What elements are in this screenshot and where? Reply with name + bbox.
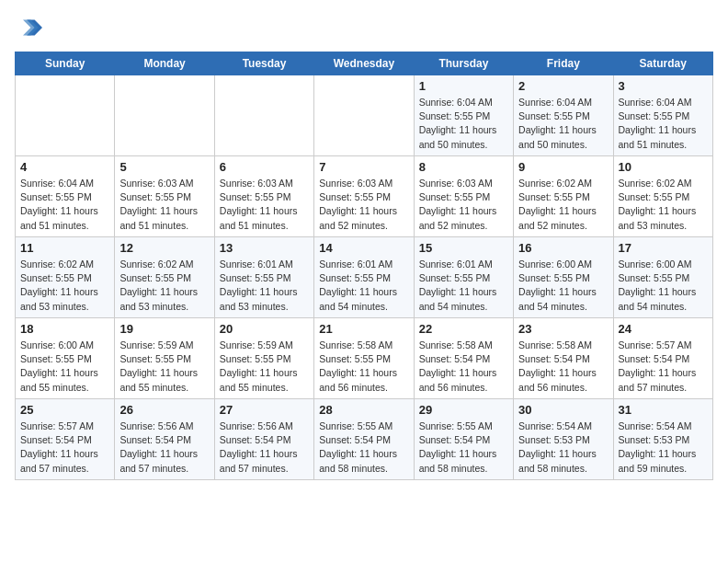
day-number: 23 [518,322,608,336]
day-info: Sunrise: 5:56 AM Sunset: 5:54 PM Dayligh… [119,419,209,476]
calendar-cell: 20Sunrise: 5:59 AM Sunset: 5:55 PM Dayli… [214,318,313,399]
day-number: 31 [619,403,708,417]
day-number: 25 [20,403,109,417]
weekday-header-sunday: Sunday [16,52,115,75]
day-number: 18 [20,322,109,336]
day-number: 11 [20,241,109,255]
day-info: Sunrise: 5:56 AM Sunset: 5:54 PM Dayligh… [220,419,309,476]
day-info: Sunrise: 5:54 AM Sunset: 5:53 PM Dayligh… [619,419,708,476]
day-number: 24 [619,322,708,336]
day-number: 22 [419,322,508,336]
day-number: 4 [20,160,109,174]
day-info: Sunrise: 5:58 AM Sunset: 5:55 PM Dayligh… [319,339,408,395]
day-number: 5 [119,160,209,174]
calendar-cell: 30Sunrise: 5:54 AM Sunset: 5:53 PM Dayli… [514,399,613,480]
day-info: Sunrise: 5:57 AM Sunset: 5:54 PM Dayligh… [20,419,109,476]
day-info: Sunrise: 6:00 AM Sunset: 5:55 PM Dayligh… [619,258,708,314]
calendar-cell: 12Sunrise: 6:02 AM Sunset: 5:55 PM Dayli… [115,237,214,318]
day-info: Sunrise: 6:04 AM Sunset: 5:55 PM Dayligh… [619,96,708,152]
day-number: 30 [518,403,608,417]
calendar-cell [16,75,115,156]
calendar-cell: 13Sunrise: 6:01 AM Sunset: 5:55 PM Dayli… [214,237,313,318]
day-number: 10 [619,160,708,174]
day-number: 8 [419,160,508,174]
day-number: 7 [319,160,408,174]
calendar-cell: 8Sunrise: 6:03 AM Sunset: 5:55 PM Daylig… [414,156,513,237]
calendar-cell: 14Sunrise: 6:01 AM Sunset: 5:55 PM Dayli… [314,237,414,318]
weekday-header-thursday: Thursday [414,52,513,75]
day-number: 1 [419,79,508,93]
calendar-cell: 16Sunrise: 6:00 AM Sunset: 5:55 PM Dayli… [514,237,613,318]
day-number: 26 [119,403,209,417]
day-number: 13 [220,241,309,255]
calendar-cell: 2Sunrise: 6:04 AM Sunset: 5:55 PM Daylig… [514,75,613,156]
day-number: 15 [419,241,508,255]
day-info: Sunrise: 5:57 AM Sunset: 5:54 PM Dayligh… [619,339,708,395]
day-info: Sunrise: 6:03 AM Sunset: 5:55 PM Dayligh… [220,177,309,233]
day-number: 9 [518,160,608,174]
calendar-cell: 21Sunrise: 5:58 AM Sunset: 5:55 PM Dayli… [314,318,414,399]
day-info: Sunrise: 6:02 AM Sunset: 5:55 PM Dayligh… [518,177,608,233]
day-info: Sunrise: 6:04 AM Sunset: 5:55 PM Dayligh… [518,96,608,152]
day-info: Sunrise: 6:02 AM Sunset: 5:55 PM Dayligh… [20,258,109,314]
day-info: Sunrise: 6:03 AM Sunset: 5:55 PM Dayligh… [319,177,408,233]
day-info: Sunrise: 6:00 AM Sunset: 5:55 PM Dayligh… [20,339,109,395]
day-number: 6 [220,160,309,174]
day-number: 3 [619,79,708,93]
day-info: Sunrise: 6:03 AM Sunset: 5:55 PM Dayligh… [119,177,209,233]
day-number: 16 [518,241,608,255]
calendar-cell: 22Sunrise: 5:58 AM Sunset: 5:54 PM Dayli… [414,318,513,399]
day-number: 20 [220,322,309,336]
day-info: Sunrise: 6:04 AM Sunset: 5:55 PM Dayligh… [20,177,109,233]
day-info: Sunrise: 5:58 AM Sunset: 5:54 PM Dayligh… [419,339,508,395]
calendar-cell: 7Sunrise: 6:03 AM Sunset: 5:55 PM Daylig… [314,156,414,237]
calendar-cell: 31Sunrise: 5:54 AM Sunset: 5:53 PM Dayli… [613,399,712,480]
day-info: Sunrise: 6:01 AM Sunset: 5:55 PM Dayligh… [419,258,508,314]
weekday-header-monday: Monday [115,52,214,75]
day-number: 21 [319,322,408,336]
calendar-cell: 29Sunrise: 5:55 AM Sunset: 5:54 PM Dayli… [414,399,513,480]
day-number: 14 [319,241,408,255]
calendar-cell: 3Sunrise: 6:04 AM Sunset: 5:55 PM Daylig… [613,75,712,156]
calendar-cell: 1Sunrise: 6:04 AM Sunset: 5:55 PM Daylig… [414,75,513,156]
day-number: 28 [319,403,408,417]
calendar-cell: 24Sunrise: 5:57 AM Sunset: 5:54 PM Dayli… [613,318,712,399]
weekday-header-tuesday: Tuesday [214,52,313,75]
logo-icon [17,15,42,40]
calendar-cell: 27Sunrise: 5:56 AM Sunset: 5:54 PM Dayli… [214,399,313,480]
day-info: Sunrise: 5:59 AM Sunset: 5:55 PM Dayligh… [119,339,209,395]
calendar-cell [214,75,313,156]
calendar-cell: 19Sunrise: 5:59 AM Sunset: 5:55 PM Dayli… [115,318,214,399]
calendar-cell: 11Sunrise: 6:02 AM Sunset: 5:55 PM Dayli… [16,237,115,318]
calendar-cell: 10Sunrise: 6:02 AM Sunset: 5:55 PM Dayli… [613,156,712,237]
calendar-cell: 23Sunrise: 5:58 AM Sunset: 5:54 PM Dayli… [514,318,613,399]
calendar-cell [314,75,414,156]
day-number: 27 [220,403,309,417]
day-info: Sunrise: 5:59 AM Sunset: 5:55 PM Dayligh… [220,339,309,395]
calendar-cell: 15Sunrise: 6:01 AM Sunset: 5:55 PM Dayli… [414,237,513,318]
calendar-cell: 25Sunrise: 5:57 AM Sunset: 5:54 PM Dayli… [16,399,115,480]
day-info: Sunrise: 5:55 AM Sunset: 5:54 PM Dayligh… [419,419,508,476]
day-number: 19 [119,322,209,336]
day-info: Sunrise: 6:03 AM Sunset: 5:55 PM Dayligh… [419,177,508,233]
weekday-header-saturday: Saturday [613,52,712,75]
day-info: Sunrise: 6:02 AM Sunset: 5:55 PM Dayligh… [619,177,708,233]
weekday-header-friday: Friday [514,52,613,75]
weekday-header-wednesday: Wednesday [314,52,414,75]
calendar-cell: 5Sunrise: 6:03 AM Sunset: 5:55 PM Daylig… [115,156,214,237]
calendar-cell: 6Sunrise: 6:03 AM Sunset: 5:55 PM Daylig… [214,156,313,237]
logo [15,15,42,40]
day-info: Sunrise: 5:58 AM Sunset: 5:54 PM Dayligh… [518,339,608,395]
calendar-cell: 26Sunrise: 5:56 AM Sunset: 5:54 PM Dayli… [115,399,214,480]
day-number: 29 [419,403,508,417]
day-number: 17 [619,241,708,255]
calendar-cell: 9Sunrise: 6:02 AM Sunset: 5:55 PM Daylig… [514,156,613,237]
day-info: Sunrise: 5:54 AM Sunset: 5:53 PM Dayligh… [518,419,608,476]
day-info: Sunrise: 6:01 AM Sunset: 5:55 PM Dayligh… [220,258,309,314]
day-info: Sunrise: 6:01 AM Sunset: 5:55 PM Dayligh… [319,258,408,314]
calendar-cell: 18Sunrise: 6:00 AM Sunset: 5:55 PM Dayli… [16,318,115,399]
calendar-cell: 4Sunrise: 6:04 AM Sunset: 5:55 PM Daylig… [16,156,115,237]
calendar-table: SundayMondayTuesdayWednesdayThursdayFrid… [15,52,713,480]
day-info: Sunrise: 6:00 AM Sunset: 5:55 PM Dayligh… [518,258,608,314]
day-number: 12 [119,241,209,255]
